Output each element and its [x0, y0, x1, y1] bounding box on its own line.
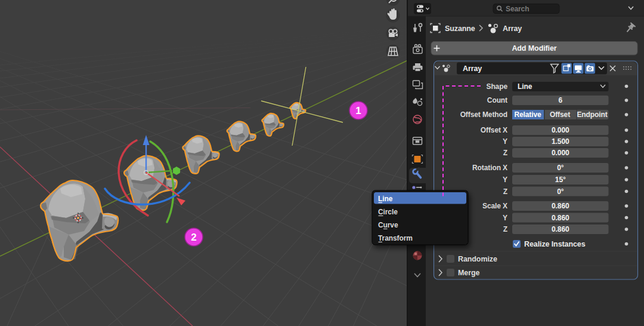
svg-text:Transform: Transform — [378, 234, 413, 242]
svg-text:Endpoint: Endpoint — [577, 110, 607, 119]
svg-text:Y: Y — [503, 176, 507, 184]
svg-text:0.000: 0.000 — [552, 126, 569, 134]
svg-text:0.000: 0.000 — [552, 149, 569, 157]
svg-text:Search: Search — [506, 5, 529, 13]
svg-text:Merge: Merge — [458, 269, 479, 277]
svg-text:6: 6 — [559, 96, 563, 104]
svg-text:Array: Array — [503, 24, 522, 33]
svg-text:Curve: Curve — [378, 221, 398, 229]
svg-text:Rotation X: Rotation X — [472, 164, 507, 172]
svg-text:Scale X: Scale X — [482, 202, 507, 210]
svg-text:Relative: Relative — [514, 110, 541, 119]
svg-text:Offset X: Offset X — [481, 126, 507, 134]
svg-text:Count: Count — [487, 96, 507, 104]
svg-text:Add Modifier: Add Modifier — [512, 44, 556, 53]
svg-text:0.860: 0.860 — [552, 214, 569, 222]
svg-text:1: 1 — [355, 105, 361, 116]
svg-text:1.500: 1.500 — [552, 137, 569, 146]
svg-text:Z: Z — [503, 187, 507, 196]
svg-text:Y: Y — [503, 214, 507, 222]
svg-text:Circle: Circle — [378, 208, 398, 216]
svg-text:0°: 0° — [557, 164, 564, 172]
svg-text:Realize Instances: Realize Instances — [524, 240, 586, 248]
svg-text:0.860: 0.860 — [552, 225, 569, 233]
svg-text:0°: 0° — [557, 187, 564, 196]
svg-text:Y: Y — [503, 137, 507, 146]
svg-text:Offset: Offset — [550, 110, 570, 119]
svg-text:0.860: 0.860 — [552, 202, 569, 210]
svg-text:Array: Array — [463, 64, 482, 73]
svg-text:Line: Line — [378, 195, 393, 203]
svg-text:Offset Method: Offset Method — [460, 110, 507, 119]
svg-text:Z: Z — [503, 149, 507, 157]
svg-text:Z: Z — [503, 225, 507, 233]
svg-text:2: 2 — [191, 232, 196, 243]
svg-text:Shape: Shape — [486, 82, 507, 91]
svg-text:Suzanne: Suzanne — [445, 24, 475, 33]
svg-text:Randomize: Randomize — [458, 255, 497, 263]
svg-text:Line: Line — [518, 82, 532, 91]
svg-text:15°: 15° — [555, 176, 566, 184]
